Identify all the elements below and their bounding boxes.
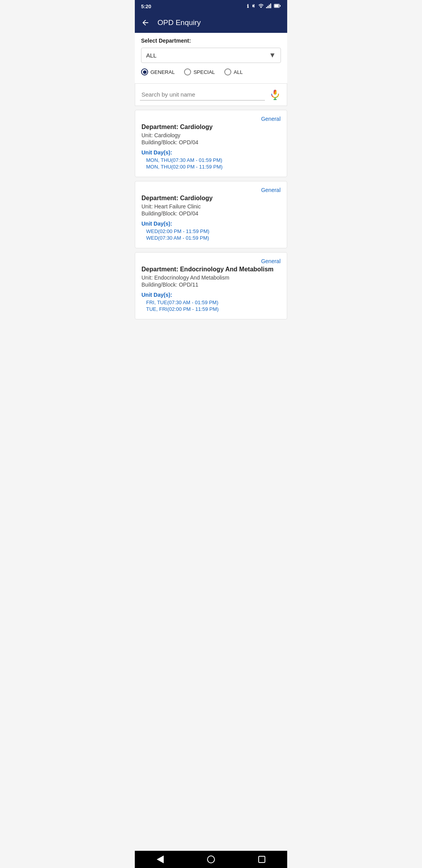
svg-rect-8: [274, 90, 277, 95]
status-time: 5:20: [141, 4, 151, 9]
back-button[interactable]: [138, 15, 153, 30]
status-bar: 5:20 ℹ: [135, 0, 287, 13]
radio-all[interactable]: ALL: [224, 68, 243, 75]
card-3-days-label: Unit Day(s):: [141, 292, 281, 298]
card-2-type: General: [141, 187, 281, 193]
card-3-slot-1: FRI, TUE(07:30 AM - 01:59 PM): [146, 299, 281, 305]
chevron-down-icon: ▼: [269, 51, 276, 59]
svg-rect-3: [269, 5, 270, 8]
search-input[interactable]: [140, 89, 265, 100]
card-1-building: Building/Block: OPD/04: [141, 139, 281, 145]
card-2-slot-1: WED(02:00 PM - 11:59 PM): [146, 228, 281, 234]
radio-special-outer: [184, 68, 191, 75]
card-3-building: Building/Block: OPD/11: [141, 282, 281, 288]
card-1-slot-2: MON, THU(02:00 PM - 11:59 PM): [146, 164, 281, 170]
department-dropdown[interactable]: ALL ▼: [141, 48, 281, 63]
info-icon: ℹ: [247, 4, 249, 9]
card-3-unit: Unit: Endocrinology And Metabolism: [141, 274, 281, 281]
microphone-button[interactable]: [268, 88, 282, 102]
filter-radio-group: GENERAL SPECIAL ALL: [141, 68, 281, 75]
bluetooth-icon: [251, 3, 256, 10]
svg-rect-1: [266, 7, 267, 8]
radio-all-label: ALL: [234, 69, 243, 75]
radio-special[interactable]: SPECIAL: [184, 68, 215, 75]
svg-rect-7: [280, 5, 281, 7]
department-label: Select Department:: [141, 38, 281, 44]
search-section: [135, 83, 287, 106]
card-2-department: Department: Cardiology: [141, 195, 281, 202]
svg-point-0: [261, 7, 261, 8]
results-list: General Department: Cardiology Unit: Car…: [135, 110, 287, 343]
card-3-slot-2: TUE, FRI(02:00 PM - 11:59 PM): [146, 306, 281, 312]
signal-icon: [266, 4, 272, 9]
main-content: Select Department: ALL ▼ GENERAL SPECIAL…: [135, 33, 287, 343]
card-2-building: Building/Block: OPD/04: [141, 210, 281, 217]
status-icons: ℹ: [247, 3, 281, 10]
card-1-slot-1: MON, THU(07:30 AM - 01:59 PM): [146, 157, 281, 163]
svg-rect-6: [275, 5, 279, 7]
department-selected-value: ALL: [146, 52, 269, 59]
radio-special-label: SPECIAL: [193, 69, 215, 75]
radio-general-label: GENERAL: [150, 69, 175, 75]
radio-general-outer: [141, 68, 148, 75]
card-3-type: General: [141, 258, 281, 264]
battery-icon: [274, 4, 281, 9]
wifi-icon: [258, 4, 264, 9]
toolbar: OPD Enquiry: [135, 13, 287, 33]
card-1-unit: Unit: Cardiology: [141, 132, 281, 138]
card-2-slot-2: WED(07:30 AM - 01:59 PM): [146, 235, 281, 241]
result-card-1: General Department: Cardiology Unit: Car…: [135, 110, 287, 177]
card-2-days-label: Unit Day(s):: [141, 221, 281, 227]
card-3-department: Department: Endocrinology And Metabolism: [141, 266, 281, 273]
card-2-unit: Unit: Heart Failure Clinic: [141, 203, 281, 210]
card-1-days-label: Unit Day(s):: [141, 149, 281, 156]
svg-rect-4: [270, 4, 272, 8]
result-card-2: General Department: Cardiology Unit: Hea…: [135, 181, 287, 248]
radio-all-outer: [224, 68, 231, 75]
page-title: OPD Enquiry: [157, 18, 201, 27]
card-1-type: General: [141, 116, 281, 122]
svg-rect-2: [268, 6, 269, 8]
result-card-3: General Department: Endocrinology And Me…: [135, 252, 287, 319]
radio-general-inner: [143, 70, 147, 74]
radio-general[interactable]: GENERAL: [141, 68, 175, 75]
card-1-department: Department: Cardiology: [141, 124, 281, 131]
department-section: Select Department: ALL ▼ GENERAL SPECIAL…: [135, 33, 287, 83]
